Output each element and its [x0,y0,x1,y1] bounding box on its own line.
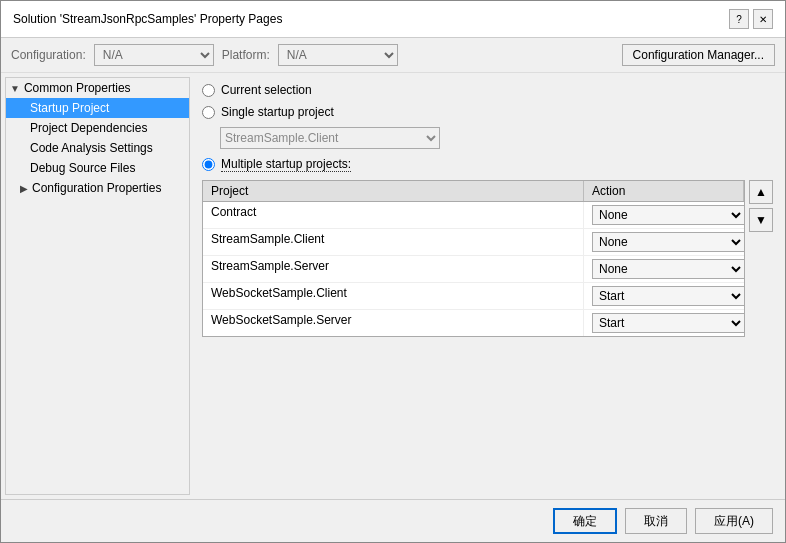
configuration-properties-group[interactable]: ▶ Configuration Properties [6,178,189,198]
debug-source-label: Debug Source Files [30,161,135,175]
move-up-button[interactable]: ▲ [749,180,773,204]
project-cell: WebSocketSample.Client [203,283,584,309]
table-row: StreamSample.ServerNoneStartStart withou… [203,256,744,283]
platform-select[interactable]: N/A [278,44,398,66]
table-row: WebSocketSample.ClientNoneStartStart wit… [203,283,744,310]
single-startup-radio[interactable] [202,106,215,119]
title-bar-controls: ? ✕ [729,9,773,29]
table-body: ContractNoneStartStart without debugging… [203,202,744,336]
project-cell: WebSocketSample.Server [203,310,584,336]
dialog-title: Solution 'StreamJsonRpcSamples' Property… [13,12,282,26]
sidebar-item-debug-source[interactable]: Debug Source Files [6,158,189,178]
sidebar-item-code-analysis[interactable]: Code Analysis Settings [6,138,189,158]
projects-table: Project Action ContractNoneStartStart wi… [202,180,745,337]
project-column-header: Project [203,181,584,201]
current-selection-row: Current selection [202,83,773,97]
arrow-buttons: ▲ ▼ [749,180,773,337]
action-select[interactable]: NoneStartStart without debugging [592,286,745,306]
platform-label: Platform: [222,48,270,62]
bottom-bar: 确定 取消 应用(A) [1,499,785,542]
configuration-manager-button[interactable]: Configuration Manager... [622,44,775,66]
project-cell: Contract [203,202,584,228]
table-row: WebSocketSample.ServerNoneStartStart wit… [203,310,744,336]
multiple-startup-label[interactable]: Multiple startup projects: [221,157,351,172]
dialog: Solution 'StreamJsonRpcSamples' Property… [0,0,786,543]
current-selection-label[interactable]: Current selection [221,83,312,97]
single-startup-row: Single startup project [202,105,773,119]
config-arrow-icon: ▶ [20,183,28,194]
close-button[interactable]: ✕ [753,9,773,29]
sidebar-item-project-dependencies[interactable]: Project Dependencies [6,118,189,138]
single-startup-dropdown-row: StreamSample.Client [202,127,773,149]
common-properties-group[interactable]: ▼ Common Properties [6,78,189,98]
apply-button[interactable]: 应用(A) [695,508,773,534]
action-cell: NoneStartStart without debugging [584,229,744,255]
action-cell: NoneStartStart without debugging [584,310,744,336]
single-startup-label[interactable]: Single startup project [221,105,334,119]
action-column-header: Action [584,181,744,201]
config-bar: Configuration: N/A Platform: N/A Configu… [1,38,785,73]
current-selection-radio[interactable] [202,84,215,97]
action-cell: NoneStartStart without debugging [584,202,744,228]
cancel-button[interactable]: 取消 [625,508,687,534]
sidebar-item-startup-project[interactable]: Startup Project [6,98,189,118]
startup-project-label: Startup Project [30,101,109,115]
table-row: StreamSample.ClientNoneStartStart withou… [203,229,744,256]
help-button[interactable]: ? [729,9,749,29]
action-select[interactable]: NoneStartStart without debugging [592,259,745,279]
project-cell: StreamSample.Server [203,256,584,282]
main-content: ▼ Common Properties Startup Project Proj… [1,73,785,499]
action-select[interactable]: NoneStartStart without debugging [592,313,745,333]
multiple-startup-row: Multiple startup projects: [202,157,773,172]
action-select[interactable]: NoneStartStart without debugging [592,232,745,252]
title-bar: Solution 'StreamJsonRpcSamples' Property… [1,1,785,38]
projects-table-wrapper: Project Action ContractNoneStartStart wi… [202,180,773,337]
action-cell: NoneStartStart without debugging [584,283,744,309]
action-select[interactable]: NoneStartStart without debugging [592,205,745,225]
action-cell: NoneStartStart without debugging [584,256,744,282]
right-panel: Current selection Single startup project… [194,77,781,495]
config-label: Configuration: [11,48,86,62]
single-startup-select[interactable]: StreamSample.Client [220,127,440,149]
common-properties-label: Common Properties [24,81,131,95]
project-dependencies-label: Project Dependencies [30,121,147,135]
table-header: Project Action [203,181,744,202]
startup-options-group: Current selection Single startup project… [202,83,773,172]
code-analysis-label: Code Analysis Settings [30,141,153,155]
expand-arrow-icon: ▼ [10,83,20,94]
multiple-startup-radio[interactable] [202,158,215,171]
ok-button[interactable]: 确定 [553,508,617,534]
table-row: ContractNoneStartStart without debugging [203,202,744,229]
move-down-button[interactable]: ▼ [749,208,773,232]
configuration-properties-label: Configuration Properties [32,181,161,195]
sidebar: ▼ Common Properties Startup Project Proj… [5,77,190,495]
config-select[interactable]: N/A [94,44,214,66]
project-cell: StreamSample.Client [203,229,584,255]
